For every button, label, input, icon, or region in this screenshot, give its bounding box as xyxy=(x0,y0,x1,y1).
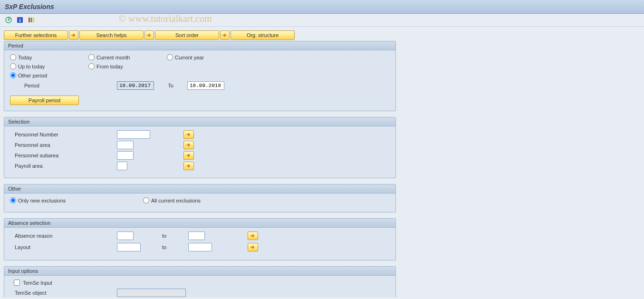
personnel-subarea-more[interactable] xyxy=(183,151,194,160)
further-selections-button[interactable]: Further selections xyxy=(4,30,68,40)
svg-point-1 xyxy=(8,19,10,21)
sort-order-button[interactable]: Sort order xyxy=(155,30,219,40)
radio-only-new[interactable] xyxy=(10,197,16,203)
org-structure-button[interactable]: Org. structure xyxy=(231,30,295,40)
personnel-area-label: Personnel area xyxy=(10,142,117,148)
page-title-bar: SxP Exclusions xyxy=(0,0,644,14)
payroll-period-button[interactable]: Payroll period xyxy=(10,96,79,105)
absence-reason-more[interactable] xyxy=(248,231,258,240)
period-from-input[interactable] xyxy=(117,81,154,90)
radio-current-month[interactable] xyxy=(88,54,95,60)
radio-other-period[interactable] xyxy=(10,72,16,78)
variant-icon[interactable] xyxy=(27,16,36,24)
content-area: Further selections Search helps Sort ord… xyxy=(0,27,644,297)
label-other-period[interactable]: Other period xyxy=(18,73,47,78)
label-current-year[interactable]: Current year xyxy=(175,55,204,60)
payroll-area-label: Payroll area xyxy=(10,163,117,169)
icon-toolbar: i xyxy=(0,14,644,27)
personnel-area-more[interactable] xyxy=(183,141,194,149)
temse-object-label: TemSe object xyxy=(10,290,117,296)
radio-today[interactable] xyxy=(10,54,16,60)
absence-group: Absence selection Absence reason to Layo… xyxy=(4,218,396,260)
layout-to-input[interactable] xyxy=(188,243,212,251)
payroll-area-more[interactable] xyxy=(183,162,194,170)
absence-to-label-1: to xyxy=(134,233,188,239)
label-all-current[interactable]: All current exclusions xyxy=(151,198,201,203)
period-to-input[interactable] xyxy=(187,81,224,90)
search-helps-button[interactable]: Search helps xyxy=(79,30,144,40)
scroll-area[interactable]: Further selections Search helps Sort ord… xyxy=(4,30,638,297)
other-group: Other Only new exclusions All current ex… xyxy=(4,184,396,212)
period-group: Period Today Current month Current year … xyxy=(4,41,396,111)
input-options-header: Input options xyxy=(4,267,395,276)
label-only-new[interactable]: Only new exclusions xyxy=(18,198,66,203)
other-header: Other xyxy=(4,184,395,193)
temse-input-checkbox[interactable] xyxy=(14,280,20,286)
payroll-area-input[interactable] xyxy=(117,162,127,170)
sort-order-arrow[interactable] xyxy=(144,30,154,40)
svg-rect-4 xyxy=(29,18,30,22)
info-icon[interactable]: i xyxy=(15,16,25,24)
label-up-to-today[interactable]: Up to today xyxy=(18,64,45,69)
personnel-subarea-label: Personnel subarea xyxy=(10,153,117,158)
period-header: Period xyxy=(4,41,395,50)
svg-rect-6 xyxy=(33,18,34,22)
personnel-number-label: Personnel Number xyxy=(10,132,117,137)
execute-icon[interactable] xyxy=(4,16,13,24)
period-to-label: To xyxy=(154,83,187,88)
label-from-today[interactable]: From today xyxy=(96,64,123,69)
search-helps-arrow[interactable] xyxy=(69,30,78,40)
label-today[interactable]: Today xyxy=(18,55,32,60)
temse-object-input xyxy=(117,289,186,297)
selection-header: Selection xyxy=(4,117,395,126)
action-button-row: Further selections Search helps Sort ord… xyxy=(4,30,636,40)
svg-rect-5 xyxy=(31,18,32,22)
radio-from-today[interactable] xyxy=(88,63,95,69)
radio-up-to-today[interactable] xyxy=(10,63,16,69)
absence-header: Absence selection xyxy=(4,219,395,228)
label-current-month[interactable]: Current month xyxy=(96,55,130,60)
selection-group: Selection Personnel Number Personnel are… xyxy=(4,117,396,178)
personnel-number-more[interactable] xyxy=(183,130,194,139)
personnel-subarea-input[interactable] xyxy=(117,151,134,160)
absence-reason-to-input[interactable] xyxy=(188,231,205,240)
svg-text:i: i xyxy=(19,17,20,23)
layout-from-input[interactable] xyxy=(117,243,141,251)
input-options-group: Input options TemSe Input TemSe object xyxy=(4,266,396,297)
layout-more[interactable] xyxy=(248,243,258,251)
temse-input-label[interactable]: TemSe Input xyxy=(23,280,52,286)
period-field-label: Period xyxy=(10,83,117,88)
page-title: SxP Exclusions xyxy=(5,3,54,10)
absence-to-label-2: to xyxy=(141,244,188,250)
org-structure-arrow[interactable] xyxy=(220,30,230,40)
personnel-number-input[interactable] xyxy=(117,130,150,139)
layout-label: Layout xyxy=(10,244,117,250)
personnel-area-input[interactable] xyxy=(117,141,134,149)
radio-all-current[interactable] xyxy=(143,197,149,203)
absence-reason-from-input[interactable] xyxy=(117,231,134,240)
radio-current-year[interactable] xyxy=(167,54,173,60)
absence-reason-label: Absence reason xyxy=(10,233,117,239)
